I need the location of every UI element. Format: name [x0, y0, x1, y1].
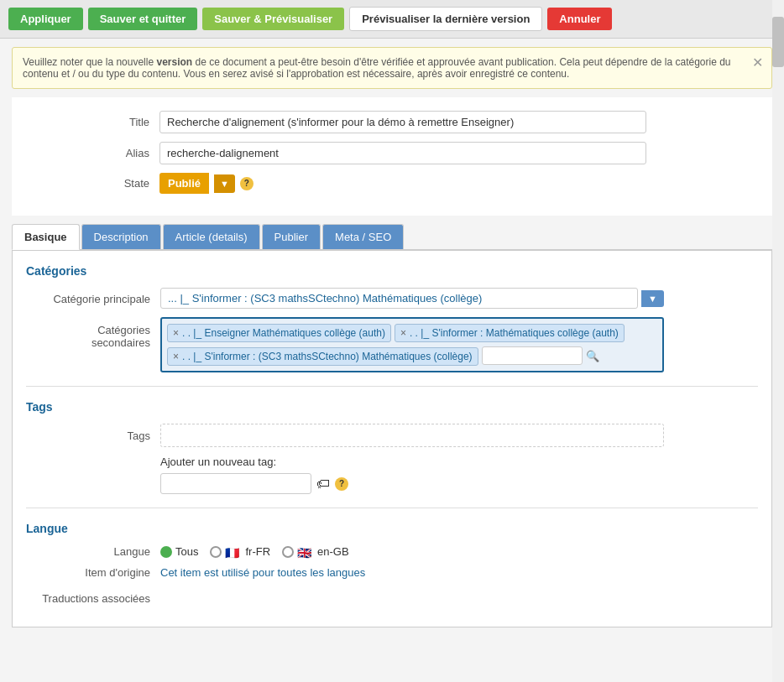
- langue-label: Langue: [26, 545, 160, 558]
- add-tag-input-row: 🏷 ?: [160, 473, 758, 494]
- cat-tag-1: × . . |_ S'informer : Mathématiques coll…: [395, 324, 625, 342]
- categories-section: Catégories Catégorie principale ... |_ S…: [26, 264, 758, 372]
- alias-label: Alias: [25, 147, 159, 159]
- state-row: State Publié ▼ ?: [25, 173, 759, 194]
- cat-tag-2-remove[interactable]: ×: [173, 351, 179, 362]
- cat-tag-2-text: . . |_ S'informer : (SC3 mathsSCtechno) …: [182, 351, 473, 362]
- language-options: Tous 🇫🇷 fr-FR 🇬🇧 en-GB: [160, 545, 758, 558]
- radio-en: [282, 546, 294, 558]
- item-origine-row: Item d'origine Cet item est utilisé pour…: [26, 566, 758, 579]
- language-section: Langue Langue Tous 🇫🇷 fr-FR 🇬🇧 en-GB: [26, 522, 758, 605]
- secondary-cats-box: × . . |_ Enseigner Mathématiques collège…: [160, 317, 664, 372]
- tab-article-details[interactable]: Article (details): [163, 224, 260, 249]
- tab-meta-seo[interactable]: Meta / SEO: [322, 224, 404, 249]
- secondary-cat-label: Catégoriessecondaires: [26, 317, 160, 349]
- cat-tag-2: × . . |_ S'informer : (SC3 mathsSCtechno…: [167, 347, 478, 366]
- tags-input[interactable]: [160, 424, 664, 447]
- notice-text: Veuillez noter que la nouvelle version d…: [23, 56, 731, 80]
- categories-title: Catégories: [26, 264, 758, 278]
- add-tag-label: Ajouter un nouveau tag:: [160, 456, 276, 468]
- cat-tag-0-text: . . |_ Enseigner Mathématiques collège (…: [182, 327, 385, 339]
- item-origine-label: Item d'origine: [26, 566, 160, 579]
- lang-option-tous[interactable]: Tous: [160, 545, 198, 558]
- tab-description[interactable]: Description: [81, 224, 161, 249]
- add-tag-input[interactable]: [160, 473, 311, 494]
- tags-row: Tags: [26, 424, 758, 447]
- alias-row: Alias: [25, 142, 759, 164]
- alias-input[interactable]: [159, 142, 646, 164]
- lang-tous-label: Tous: [175, 545, 198, 558]
- language-title: Langue: [26, 522, 758, 535]
- langue-row: Langue Tous 🇫🇷 fr-FR 🇬🇧 en-GB: [26, 545, 758, 558]
- state-control: Publié ▼ ?: [159, 173, 253, 194]
- toolbar: Appliquer Sauver et quitter Sauver & Pré…: [0, 0, 784, 39]
- save-preview-button[interactable]: Sauver & Prévisualiser: [202, 8, 344, 30]
- notice-box: Veuillez noter que la nouvelle version d…: [12, 47, 772, 89]
- cat-tag-1-remove[interactable]: ×: [400, 327, 406, 339]
- cat-search-icon: 🔍: [586, 350, 599, 362]
- add-tag-row: Ajouter un nouveau tag:: [160, 456, 758, 468]
- main-category-row: Catégorie principale ... |_ S'informer :…: [26, 288, 758, 309]
- radio-tous: [160, 546, 172, 558]
- scrollbar[interactable]: [772, 0, 784, 639]
- tag-info-icon[interactable]: ?: [335, 477, 348, 491]
- cat-tag-0-remove[interactable]: ×: [173, 327, 179, 339]
- state-label: State: [25, 177, 159, 190]
- lang-fr-label: fr-FR: [245, 545, 270, 558]
- title-label: Title: [25, 116, 159, 128]
- apply-button[interactable]: Appliquer: [8, 8, 83, 30]
- title-row: Title: [25, 111, 759, 133]
- main-cat-value: ... |_ S'informer : (SC3 mathsSCtechno) …: [168, 292, 630, 305]
- cat-tag-1-text: . . |_ S'informer : Mathématiques collèg…: [410, 327, 619, 339]
- main-cat-dropdown-button[interactable]: ▼: [641, 290, 664, 307]
- flag-en: 🇬🇧: [297, 546, 314, 558]
- tab-panel-basique: Catégories Catégorie principale ... |_ S…: [12, 250, 772, 627]
- tab-basique[interactable]: Basique: [12, 224, 80, 250]
- notice-close-button[interactable]: ✕: [752, 55, 763, 70]
- tab-publier[interactable]: Publier: [262, 224, 321, 249]
- lang-option-en[interactable]: 🇬🇧 en-GB: [282, 545, 349, 558]
- tabs-bar: Basique Description Article (details) Pu…: [12, 224, 772, 250]
- flag-fr: 🇫🇷: [225, 546, 242, 558]
- save-quit-button[interactable]: Sauver et quitter: [88, 8, 198, 30]
- tags-title: Tags: [26, 400, 758, 414]
- radio-fr: [210, 546, 222, 558]
- secondary-categories-row: Catégoriessecondaires × . . |_ Enseigner…: [26, 317, 758, 372]
- tag-add-icon[interactable]: 🏷: [316, 476, 330, 492]
- item-origine-text: Cet item est utilisé pour toutes les lan…: [160, 566, 365, 579]
- divider-1: [26, 386, 758, 387]
- cat-tag-0: × . . |_ Enseigner Mathématiques collège…: [167, 324, 391, 342]
- main-cat-label: Catégorie principale: [26, 288, 160, 305]
- main-cat-select[interactable]: ... |_ S'informer : (SC3 mathsSCtechno) …: [160, 288, 638, 309]
- state-info-icon[interactable]: ?: [240, 177, 253, 190]
- preview-last-button[interactable]: Prévisualiser la dernière version: [349, 7, 542, 31]
- tags-label: Tags: [26, 430, 160, 442]
- title-input[interactable]: [159, 111, 646, 133]
- cat-search-input[interactable]: [482, 346, 583, 365]
- traductions-label: Traductions associées: [26, 587, 160, 605]
- tags-section: Tags Tags Ajouter un nouveau tag: 🏷 ?: [26, 400, 758, 494]
- divider-2: [26, 508, 758, 508]
- scrollbar-thumb[interactable]: [772, 17, 784, 67]
- state-button[interactable]: Publié: [159, 173, 209, 194]
- cancel-button[interactable]: Annuler: [547, 8, 612, 30]
- traductions-row: Traductions associées: [26, 587, 758, 605]
- lang-option-fr[interactable]: 🇫🇷 fr-FR: [210, 545, 270, 558]
- lang-en-label: en-GB: [317, 545, 349, 558]
- state-dropdown-button[interactable]: ▼: [214, 174, 235, 193]
- form-area: Title Alias State Publié ▼ ?: [12, 97, 772, 216]
